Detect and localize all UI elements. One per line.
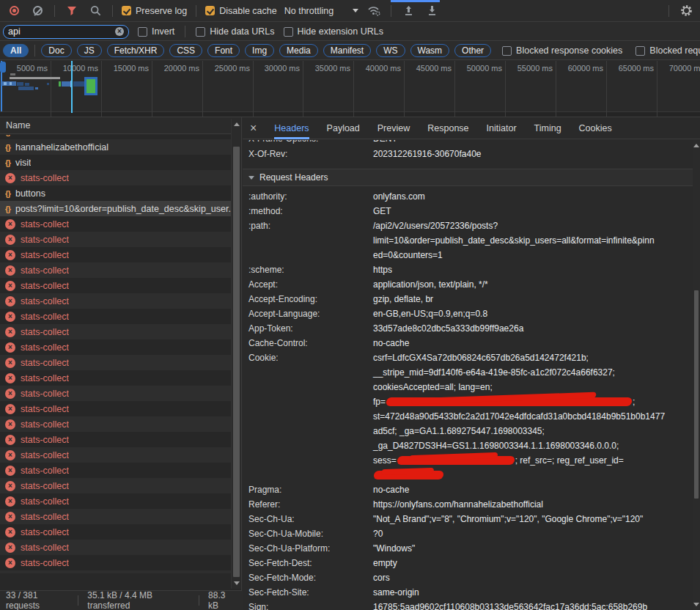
filter-chip-js[interactable]: JS: [77, 44, 102, 57]
filter-chip-font[interactable]: Font: [207, 44, 240, 57]
request-row[interactable]: ×stats-collect: [0, 401, 232, 416]
request-row[interactable]: ×stats-collect: [0, 570, 232, 573]
checked-checkbox-icon: [122, 6, 131, 15]
filter-chip-all[interactable]: All: [3, 44, 29, 57]
checked-checkbox-icon: [205, 6, 215, 15]
request-row[interactable]: ×stats-collect: [0, 278, 232, 293]
filter-chip-ws[interactable]: WS: [376, 44, 405, 57]
blocked-requests-checkbox[interactable]: Blocked requests: [635, 45, 700, 56]
filter-chip-css[interactable]: CSS: [169, 44, 202, 57]
request-row[interactable]: ×stats-collect: [0, 386, 232, 401]
request-row[interactable]: ×stats-collect: [0, 509, 232, 524]
filter-chip-img[interactable]: Img: [245, 44, 274, 57]
search-button[interactable]: [87, 3, 103, 19]
filter-chip-other[interactable]: Other: [454, 44, 491, 57]
close-icon[interactable]: ×: [250, 122, 257, 134]
header-value-line: st=472d48a90d5433bfc2a2d17042e4dfdcafd31…: [373, 409, 693, 424]
filter-chip-fetch-xhr[interactable]: Fetch/XHR: [107, 44, 165, 57]
timeline-tick-label: 10000 ms: [63, 64, 98, 73]
preserve-log-checkbox[interactable]: Preserve log: [122, 6, 187, 16]
invert-checkbox[interactable]: Invert: [138, 26, 174, 37]
request-row[interactable]: ×stats-collect: [0, 293, 232, 309]
request-row[interactable]: ×stats-collect: [0, 232, 232, 247]
header-row: Cache-Control:no-cache: [243, 336, 693, 350]
timeline-selection-handle[interactable]: [0, 62, 6, 73]
request-row[interactable]: {}hannahelizabethofficial: [0, 139, 232, 155]
request-row[interactable]: {}buttons: [0, 185, 232, 201]
tab-payload[interactable]: Payload: [327, 117, 360, 139]
scrollbar-thumb[interactable]: [694, 290, 699, 499]
details-scrollbar[interactable]: [693, 140, 700, 610]
request-row[interactable]: {}visit: [0, 155, 232, 170]
tab-timing[interactable]: Timing: [534, 117, 561, 139]
timeline-overview[interactable]: 5000 ms10000 ms15000 ms20000 ms25000 ms3…: [0, 61, 700, 117]
request-list-scrollbar[interactable]: [231, 119, 241, 589]
request-row[interactable]: ×stats-collect: [0, 170, 232, 185]
request-list-panel: Name {}init{}hannahelizabethofficial{}vi…: [0, 117, 242, 610]
request-row[interactable]: ×stats-collect: [0, 370, 232, 386]
request-row[interactable]: ×stats-collect: [0, 324, 232, 339]
export-har-button[interactable]: [424, 3, 440, 19]
request-row[interactable]: ×stats-collect: [0, 478, 232, 493]
filter-button[interactable]: [64, 3, 80, 19]
value-text: _ga_D4827DS3H4=GS1.1.1698003344.1.1.1698…: [373, 441, 619, 451]
request-row[interactable]: ×stats-collect: [0, 524, 232, 540]
request-row[interactable]: ×stats-collect: [0, 540, 232, 555]
filter-chip-wasm[interactable]: Wasm: [410, 44, 450, 57]
scroll-down-icon[interactable]: [693, 603, 699, 606]
filter-chip-media[interactable]: Media: [279, 44, 318, 57]
request-row[interactable]: ×stats-collect: [0, 493, 232, 509]
request-row[interactable]: ×stats-collect: [0, 262, 232, 278]
request-row[interactable]: ×stats-collect: [0, 247, 232, 262]
clear-button[interactable]: [29, 3, 45, 19]
request-row[interactable]: ×stats-collect: [0, 463, 232, 478]
request-name: stats-collect: [21, 373, 69, 383]
filter-input[interactable]: [8, 26, 112, 37]
error-icon: ×: [5, 265, 15, 276]
error-icon: ×: [5, 450, 15, 460]
request-row[interactable]: ×stats-collect: [0, 416, 232, 432]
tab-response[interactable]: Response: [427, 117, 468, 139]
header-value-line: cors: [373, 570, 693, 585]
request-row[interactable]: ×stats-collect: [0, 309, 232, 324]
timeline-gridline: [303, 61, 303, 117]
name-column-header[interactable]: Name: [0, 117, 241, 134]
scroll-down-icon[interactable]: [234, 581, 240, 585]
clear-filter-icon[interactable]: ×: [115, 27, 124, 36]
request-row[interactable]: ×stats-collect: [0, 447, 232, 463]
tab-cookies[interactable]: Cookies: [579, 117, 612, 139]
request-row[interactable]: ×stats-collect: [0, 216, 232, 232]
request-row[interactable]: ×stats-collect: [0, 339, 232, 355]
blocked-response-cookies-checkbox[interactable]: Blocked response cookies: [502, 45, 622, 56]
value-text: cookiesAccepted=all; lang=en;: [373, 382, 493, 392]
filter-chip-manifest[interactable]: Manifest: [323, 44, 371, 57]
request-rows-viewport: {}init{}hannahelizabethofficial{}visit×s…: [0, 135, 232, 573]
record-button[interactable]: [6, 3, 22, 19]
value-text: ;: [633, 397, 635, 407]
tab-headers[interactable]: Headers: [274, 117, 309, 139]
request-row[interactable]: ×stats-collect: [0, 355, 232, 370]
tab-initiator[interactable]: Initiator: [487, 117, 517, 139]
filter-bar: × Invert Hide data URLs Hide extension U…: [0, 23, 700, 41]
tab-preview[interactable]: Preview: [377, 117, 410, 139]
request-name: stats-collect: [21, 543, 69, 553]
scroll-up-icon[interactable]: [693, 144, 699, 147]
disable-cache-checkbox[interactable]: Disable cache: [205, 6, 277, 16]
scrollbar-thumb[interactable]: [233, 147, 240, 577]
request-row[interactable]: ×stats-collect: [0, 432, 232, 447]
hide-data-urls-checkbox[interactable]: Hide data URLs: [196, 26, 274, 37]
request-row[interactable]: ×stats-collect: [0, 555, 232, 570]
throttling-dropdown[interactable]: No throttling: [284, 6, 358, 16]
value-text: __stripe_mid=9df140f6-e64a-419e-85fc-a1c…: [373, 367, 615, 378]
request-row[interactable]: {}posts?limit=10&order=publish_date_desc…: [0, 201, 232, 216]
request-headers-section[interactable]: Request Headers: [243, 169, 693, 185]
network-conditions-button[interactable]: [366, 3, 382, 19]
hide-extension-urls-checkbox[interactable]: Hide extension URLs: [284, 26, 383, 37]
type-chips: AllDocJSFetch/XHRCSSFontImgMediaManifest…: [3, 44, 491, 57]
scroll-up-icon[interactable]: [234, 122, 240, 126]
import-har-button[interactable]: [400, 3, 416, 19]
blocked-requests-label: Blocked requests: [649, 45, 700, 56]
filter-chip-doc[interactable]: Doc: [41, 44, 71, 57]
timeline-gridline: [556, 61, 556, 117]
settings-button[interactable]: [678, 3, 694, 19]
